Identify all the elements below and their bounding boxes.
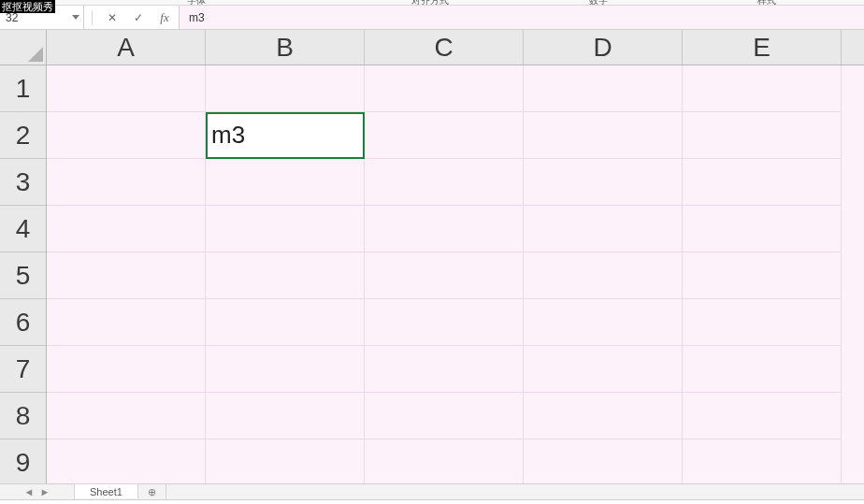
cell-B1[interactable] [206,65,365,112]
cell-B6[interactable] [206,299,365,346]
table-row [47,206,864,252]
cell-C9[interactable] [365,439,524,483]
cell-A6[interactable] [47,299,206,346]
cell-D3[interactable] [524,159,683,206]
cell-E2[interactable] [683,112,842,159]
cell-E7[interactable] [683,346,842,393]
cell-B5[interactable] [206,252,365,299]
cell-B8[interactable] [206,393,365,439]
cell-A5[interactable] [47,252,206,299]
add-sheet-button[interactable]: ⊕ [138,484,166,499]
cell-A3[interactable] [47,159,206,206]
cell-B4[interactable] [206,206,365,252]
table-row [47,159,864,206]
cancel-icon[interactable]: ✕ [106,11,119,24]
cell-E9[interactable] [683,439,842,483]
overlay-watermark: 抠抠视频秀 [0,0,55,13]
status-sliver [0,500,864,504]
cell-C4[interactable] [365,206,524,252]
cell-A8[interactable] [47,393,206,439]
cell-B9[interactable] [206,439,365,483]
row-header-9[interactable]: 9 [0,439,46,483]
formula-bar-buttons: ✕ ✓ fx [84,6,180,29]
cell-E8[interactable] [683,393,842,439]
formula-input[interactable]: m3 [180,6,864,29]
cell-C1[interactable] [365,65,524,112]
cell-A9[interactable] [47,439,206,483]
tab-nav[interactable]: ◄ ► [0,484,75,499]
row-header-8[interactable]: 8 [0,393,46,439]
cell-D6[interactable] [524,299,683,346]
cell-B7[interactable] [206,346,365,393]
col-header-A[interactable]: A [47,30,206,65]
col-header-E[interactable]: E [683,30,842,65]
row-header-3[interactable]: 3 [0,159,46,206]
cell-B3[interactable] [206,159,365,206]
cell-C6[interactable] [365,299,524,346]
nav-left-icon[interactable]: ◄ [24,486,35,497]
cell-C3[interactable] [365,159,524,206]
row-header-2[interactable]: 2 [0,112,46,159]
cell-D1[interactable] [524,65,683,112]
col-header-B[interactable]: B [206,30,365,65]
cell-C5[interactable] [365,252,524,299]
row-header-4[interactable]: 4 [0,206,46,252]
spreadsheet-app: 抠抠视频秀 字体 对齐方式 数字 样式 32 ✕ ✓ fx m3 A B C D… [0,0,864,504]
cell-D7[interactable] [524,346,683,393]
col-header-D[interactable]: D [524,30,683,65]
cell-E6[interactable] [683,299,842,346]
formula-input-value: m3 [189,11,205,24]
table-row [47,346,864,393]
cell-D4[interactable] [524,206,683,252]
table-row: m3 [47,112,864,159]
cells-area[interactable]: m3 [47,65,864,483]
cell-D9[interactable] [524,439,683,483]
cell-C7[interactable] [365,346,524,393]
separator [92,10,93,25]
sheet-tab[interactable]: Sheet1 [75,483,138,498]
row-header-7[interactable]: 7 [0,346,46,393]
cell-C2[interactable] [365,112,524,159]
row-header-6[interactable]: 6 [0,299,46,346]
cell-E1[interactable] [683,65,842,112]
confirm-icon[interactable]: ✓ [132,11,145,24]
cell-A7[interactable] [47,346,206,393]
col-header-C[interactable]: C [365,30,524,65]
cell-D8[interactable] [524,393,683,439]
grid[interactable]: A B C D E 1 2 3 4 5 6 7 8 9 10 [0,30,864,483]
nav-right-icon[interactable]: ► [40,486,50,497]
chevron-down-icon[interactable] [72,15,79,20]
cell-C8[interactable] [365,393,524,439]
cell-A1[interactable] [47,65,206,112]
row-header-5[interactable]: 5 [0,252,46,299]
cell-A4[interactable] [47,206,206,252]
row-headers: 1 2 3 4 5 6 7 8 9 10 [0,65,47,483]
sheet-tab-strip: ◄ ► Sheet1 ⊕ [0,483,864,500]
cell-D2[interactable] [524,112,683,159]
formula-bar: 32 ✕ ✓ fx m3 [0,6,864,30]
column-headers: A B C D E [47,30,864,65]
fx-icon[interactable]: fx [158,11,171,24]
cell-A2[interactable] [47,112,206,159]
cell-E3[interactable] [683,159,842,206]
table-row [47,65,864,112]
table-row [47,252,864,299]
cell-E4[interactable] [683,206,842,252]
cell-B2[interactable]: m3 [206,112,365,159]
row-header-1[interactable]: 1 [0,65,46,112]
cell-E5[interactable] [683,252,842,299]
cell-D5[interactable] [524,252,683,299]
table-row [47,439,864,483]
table-row [47,299,864,346]
table-row [47,393,864,439]
select-all-corner[interactable] [0,30,47,65]
